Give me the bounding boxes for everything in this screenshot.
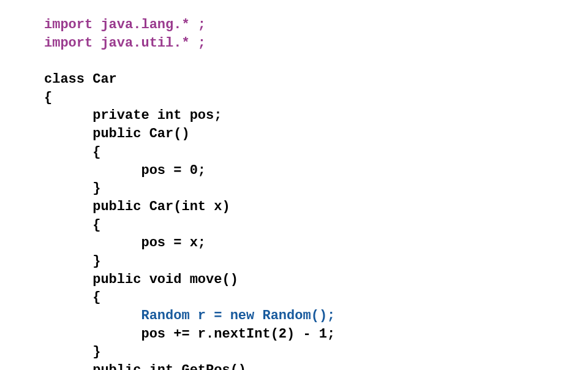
method-move-close-brace: } (44, 343, 588, 361)
constructor-default-signature: public Car() (44, 125, 588, 143)
constructor-default-body: pos = 0; (44, 162, 588, 180)
import-statement-1: import java.lang.* ; (44, 16, 588, 34)
method-move-random-line: Random r = new Random(); (44, 307, 588, 325)
method-move-signature: public void move() (44, 271, 588, 289)
blank-line (44, 52, 588, 70)
move-random-call: Random r = new Random(); (141, 308, 335, 323)
class-open-brace: { (44, 89, 588, 107)
constructor-int-body: pos = x; (44, 234, 588, 252)
class-declaration: class Car (44, 70, 588, 89)
import-statement-2: import java.util.* ; (44, 34, 588, 53)
constructor-int-close-brace: } (44, 252, 588, 271)
method-getpos-signature: public int GetPos() (44, 361, 588, 370)
field-declaration: private int pos; (44, 107, 588, 125)
constructor-default-close-brace: } (44, 179, 588, 198)
constructor-default-open-brace: { (44, 143, 588, 162)
constructor-int-open-brace: { (44, 216, 588, 235)
code-block: import java.lang.* ; import java.util.* … (0, 0, 588, 370)
constructor-int-signature: public Car(int x) (44, 198, 588, 216)
method-move-open-brace: { (44, 289, 588, 307)
move-random-indent (44, 308, 141, 323)
method-move-pos-line: pos += r.nextInt(2) - 1; (44, 325, 588, 344)
